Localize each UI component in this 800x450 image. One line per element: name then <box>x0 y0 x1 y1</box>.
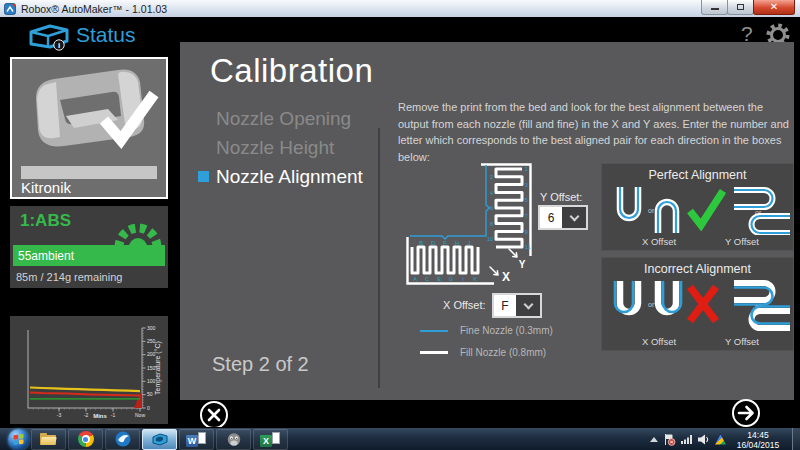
chevron-down-icon <box>569 211 579 221</box>
x-offset-dropdown-button[interactable] <box>516 295 540 316</box>
taskbar-explorer-button[interactable] <box>31 429 66 450</box>
folder-icon <box>40 432 58 446</box>
svg-text:0: 0 <box>147 405 150 411</box>
active-marker-icon <box>198 113 209 124</box>
cancel-button[interactable] <box>199 400 229 430</box>
taskbar-thunderbird-button[interactable] <box>105 429 140 450</box>
svg-text:J: J <box>468 240 471 246</box>
y-axis-arrow-icon <box>509 249 517 257</box>
temperature-graph-card: 050100150200250300-3-2-1NowMinsTemperatu… <box>10 316 168 424</box>
svg-text:11: 11 <box>525 244 531 250</box>
y-offset-select[interactable]: 6 <box>538 205 588 230</box>
arrow-right-icon <box>739 407 753 419</box>
minimize-icon <box>711 8 719 10</box>
page-title: Calibration <box>210 52 373 90</box>
automaker-window: Robox® AutoMaker™ - 1.01.03 ✕ i Status ? <box>0 0 800 450</box>
taskbar-clock[interactable]: 14:45 16/04/2015 <box>731 430 785 450</box>
taskbar-excel-button[interactable]: X <box>253 429 288 450</box>
svg-text:4: 4 <box>490 190 493 196</box>
cross-icon <box>690 287 716 321</box>
svg-text:Y: Y <box>519 259 526 270</box>
perfect-alignment-title: Perfect Alignment <box>602 168 793 182</box>
menu-item-label: Nozzle Height <box>216 137 334 159</box>
legend-label: Fill Nozzle (0.8mm) <box>460 347 546 358</box>
taskbar-automaker-button[interactable] <box>142 429 177 450</box>
start-button[interactable] <box>8 429 29 450</box>
clock-date: 16/04/2015 <box>731 440 785 450</box>
incorrect-alignment-title: Incorrect Alignment <box>602 262 793 276</box>
instructions-text: Remove the print from the bed and look f… <box>398 99 790 165</box>
windows-logo-icon <box>14 433 24 444</box>
svg-text:50: 50 <box>147 391 153 397</box>
chrome-icon <box>78 431 94 447</box>
svg-text:K: K <box>473 276 477 282</box>
legend-fill-nozzle: Fill Nozzle (0.8mm) <box>420 347 546 358</box>
taskbar: W X <box>0 427 800 450</box>
temperature-graph-svg: 050100150200250300-3-2-1NowMinsTemperatu… <box>10 316 168 424</box>
robox-printer-logo-icon: i <box>26 21 72 51</box>
close-button[interactable]: ✕ <box>753 0 795 15</box>
svg-text:-2: -2 <box>84 412 89 418</box>
perfect-x-offset-label: X Offset <box>614 236 704 247</box>
tray-expand-icon[interactable] <box>650 437 658 442</box>
maximize-icon <box>737 4 744 10</box>
automaker-icon <box>151 432 169 447</box>
printer-name: Kitronik <box>21 179 71 196</box>
svg-text:300: 300 <box>147 325 156 331</box>
svg-text:-3: -3 <box>57 412 62 418</box>
svg-text:C: C <box>425 276 429 282</box>
tab-status[interactable]: Status <box>76 23 136 47</box>
app-icon <box>4 3 16 15</box>
maximize-button[interactable] <box>727 0 754 15</box>
filament-reel-icon <box>112 207 164 249</box>
speaker-icon[interactable] <box>698 434 710 445</box>
svg-text:2: 2 <box>490 174 493 180</box>
taskbar-chrome-button[interactable] <box>68 429 103 450</box>
chevron-down-icon <box>523 299 533 309</box>
svg-text:X: X <box>502 270 510 284</box>
x-offset-select[interactable]: F <box>492 293 542 318</box>
calibration-panel: Calibration Nozzle OpeningNozzle HeightN… <box>180 42 794 400</box>
fill-nozzle-line-swatch <box>420 351 448 354</box>
y-offset-label: Y Offset: <box>540 191 582 203</box>
check-icon <box>690 191 723 225</box>
perfect-y-offset-label: Y Offset <box>699 236 785 247</box>
window-title: Robox® AutoMaker™ - 1.01.03 <box>21 3 702 15</box>
minimize-button[interactable] <box>701 0 728 15</box>
x-axis-arrow-icon <box>490 267 498 275</box>
menu-item-label: Nozzle Opening <box>216 108 351 130</box>
svg-text:-1: -1 <box>111 412 116 418</box>
menu-item-label: Nozzle Alignment <box>216 166 363 188</box>
svg-text:5: 5 <box>525 197 528 203</box>
svg-text:or: or <box>648 301 655 308</box>
svg-text:i: i <box>58 41 60 50</box>
system-tray: 14:45 16/04/2015 <box>650 428 800 450</box>
thunderbird-icon <box>115 431 131 447</box>
svg-text:D: D <box>431 240 435 246</box>
menu-item-nozzle-opening[interactable]: Nozzle Opening <box>198 104 363 133</box>
svg-text:Now: Now <box>135 412 145 418</box>
taskbar-word-button[interactable]: W <box>179 429 214 450</box>
y-offset-dropdown-button[interactable] <box>562 207 586 228</box>
svg-text:1: 1 <box>525 166 528 172</box>
svg-text:7: 7 <box>525 213 528 219</box>
window-titlebar[interactable]: Robox® AutoMaker™ - 1.01.03 ✕ <box>0 0 800 17</box>
show-desktop-button[interactable] <box>792 428 800 450</box>
svg-text:or: or <box>648 207 655 214</box>
reel-status-card[interactable]: 1:ABS 55ambient 85m / 214g remaining <box>10 206 168 288</box>
active-marker-icon <box>198 142 209 153</box>
incorrect-y-offset-label: Y Offset <box>699 336 785 347</box>
taskbar-gimp-button[interactable] <box>216 429 251 450</box>
calibration-pattern-svg: 1234567891011BDFHJACEGIKXY <box>402 163 532 295</box>
menu-item-nozzle-alignment[interactable]: Nozzle Alignment <box>198 162 363 191</box>
printer-status-card[interactable]: Kitronik <box>10 57 168 199</box>
action-center-flag-icon[interactable] <box>663 433 676 446</box>
x-offset-label: X Offset: <box>443 299 486 311</box>
svg-text:I: I <box>462 276 464 282</box>
menu-item-nozzle-height[interactable]: Nozzle Height <box>198 133 363 162</box>
next-button[interactable] <box>731 398 761 428</box>
close-icon: ✕ <box>770 2 778 12</box>
drive-icon[interactable] <box>715 435 726 445</box>
network-signal-icon[interactable] <box>681 434 693 445</box>
x-offset-value: F <box>494 295 516 316</box>
